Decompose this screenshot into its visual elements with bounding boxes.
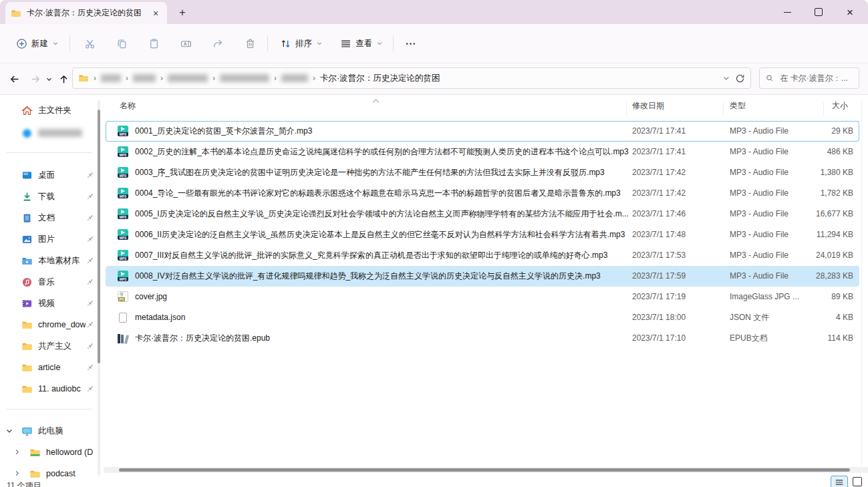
file-row[interactable]: MP3 0005_I历史决定论的反自然主义学说_历史决定论强烈反对社会学领域中的… [106, 204, 859, 224]
music-icon [21, 277, 33, 288]
icons-view-button[interactable] [853, 477, 862, 486]
sidebar-item-downloads[interactable]: 下载 [12, 186, 95, 206]
breadcrumb-redacted-segment[interactable] [281, 74, 308, 82]
redacted-account-label [38, 129, 82, 137]
sidebar-item-local-library[interactable]: 本地素材库 [12, 251, 95, 271]
sidebar-item-music[interactable]: 音乐 [12, 272, 95, 292]
column-header-name[interactable]: 名称 [120, 100, 136, 112]
column-header-type[interactable]: 类型 [730, 100, 746, 112]
search-box[interactable] [759, 67, 859, 89]
breadcrumb-redacted-segment[interactable] [220, 74, 269, 82]
file-name: 0005_I历史决定论的反自然主义学说_历史决定论强烈反对社会学领域中的方法论自… [135, 204, 629, 224]
search-input[interactable] [778, 73, 853, 84]
file-row[interactable]: MP3 0004_导论_一些最有眼光的本书评论家对它的标题表示困惑这个标题意在暗… [106, 183, 859, 204]
chevron-down-icon [45, 75, 53, 83]
file-row[interactable]: metadata.json 2023/7/1 18:00 JSON 文件 4 K… [106, 307, 859, 328]
home-icon [21, 105, 33, 116]
up-button[interactable] [53, 69, 74, 89]
paste-button[interactable] [142, 31, 166, 55]
breadcrumb-redacted-segment[interactable] [168, 74, 208, 82]
file-row[interactable]: MP3 0002_历史的注解_本书的基本论点是历史命运之说纯属迷信科学的或任何别… [106, 142, 859, 162]
new-button[interactable]: 新建 [9, 31, 65, 55]
mp3-icon: MP3 [118, 229, 128, 240]
pin-icon [86, 213, 95, 222]
mp3-icon: MP3 [118, 271, 128, 281]
file-row[interactable]: 卡尔·波普尔：历史决定论的贫困.epub 2023/7/1 17:10 EPUB… [106, 328, 859, 349]
delete-button[interactable] [238, 31, 262, 55]
new-tab-button[interactable]: + [175, 5, 190, 20]
tab-close-icon[interactable]: × [150, 7, 162, 19]
file-row[interactable]: MP3 0008_IV对泛自然主义学说的批评_有进化规律吗规律和趋势_我称之为泛… [106, 266, 859, 287]
sidebar-item-helloword-drive[interactable]: helloword (D [20, 442, 103, 462]
minimize-icon [784, 12, 791, 13]
sort-button[interactable]: 排序 [273, 31, 330, 55]
breadcrumb[interactable]: › › › › › › 卡尔·波普尔：历史决定论的贫困 [72, 67, 751, 89]
file-row[interactable]: MP3 0006_II历史决定论的泛自然主义学说_虽然历史决定论基本上是反自然主… [106, 224, 859, 245]
folder-icon [29, 468, 41, 480]
mp3-icon: MP3 [118, 146, 128, 157]
more-button[interactable] [398, 31, 422, 55]
minimize-button[interactable] [772, 0, 803, 24]
sidebar-item-label: 文档 [38, 212, 86, 224]
status-item-count: 11 个项目 [7, 480, 41, 487]
close-button[interactable]: × [835, 0, 865, 24]
file-name: 0002_历史的注解_本书的基本论点是历史命运之说纯属迷信科学的或任何别的合理方… [135, 142, 629, 162]
breadcrumb-separator: › [313, 73, 315, 83]
column-separator[interactable] [723, 102, 724, 116]
file-row[interactable]: MP3 0001_历史决定论的贫困_英卡尔波普尔_简介.mp3 2023/7/1… [106, 121, 859, 142]
back-button[interactable] [4, 69, 24, 89]
address-dropdown-icon[interactable] [722, 74, 730, 82]
column-separator [861, 100, 862, 466]
sidebar-item-pictures[interactable]: 图片 [12, 229, 95, 249]
copy-icon [116, 38, 128, 49]
column-header-size[interactable]: 大小 [832, 100, 848, 112]
cut-button[interactable] [78, 31, 102, 55]
pin-icon [86, 256, 95, 265]
sidebar-item-desktop[interactable]: 桌面 [12, 165, 95, 185]
mp3-icon: MP3 [118, 188, 128, 198]
file-row[interactable]: MP3 0003_序_我试图在历史决定论的贫困中证明历史决定论是一种拙劣的方法不… [106, 162, 859, 183]
explorer-tab[interactable]: 卡尔·波普尔：历史决定论的贫困 × [5, 2, 167, 24]
rename-button[interactable] [174, 31, 198, 55]
sidebar-item-communism[interactable]: 共产主义 [12, 336, 95, 356]
sidebar-item-home[interactable]: 主文件夹 [12, 100, 95, 120]
file-name: 0004_导论_一些最有眼光的本书评论家对它的标题表示困惑这个标题意在暗示马克思… [135, 183, 629, 204]
breadcrumb-redacted-segment[interactable] [133, 74, 156, 82]
copy-button[interactable] [110, 31, 134, 55]
column-header-date-modified[interactable]: 修改日期 [632, 100, 664, 112]
sidebar-item-chrome-downloads[interactable]: chrome_dow [12, 315, 95, 335]
breadcrumb-separator: › [160, 73, 163, 83]
sidebar-item-this-pc[interactable]: 此电脑 [12, 421, 95, 441]
maximize-button[interactable] [803, 0, 834, 24]
pin-icon [86, 299, 95, 308]
mp3-icon: MP3 [118, 250, 128, 261]
sidebar-item-documents[interactable]: 文档 [12, 208, 95, 228]
breadcrumb-current-folder[interactable]: 卡尔·波普尔：历史决定论的贫困 [320, 73, 440, 84]
details-view-button[interactable] [831, 476, 848, 487]
titlebar: 卡尔·波普尔：历史决定论的贫困 × + × [0, 0, 868, 24]
view-button[interactable]: 查看 [333, 31, 390, 55]
pin-icon [86, 341, 95, 351]
breadcrumb-redacted-segment[interactable] [101, 74, 121, 82]
sidebar-item-audiobooks[interactable]: 11. audiobc [12, 379, 95, 399]
sidebar-item-videos[interactable]: 视频 [12, 293, 95, 313]
pin-icon [86, 170, 95, 180]
column-separator[interactable] [626, 102, 627, 116]
sidebar-item-label: helloword (D [46, 448, 103, 457]
folder-icon [21, 383, 33, 395]
file-row[interactable]: igJPG cover.jpg 2023/7/1 17:19 ImageGlas… [106, 287, 859, 307]
file-row[interactable]: MP3 0007_III对反自然主义学说的批评_批评的实际意义_究竟科学探索的真… [106, 245, 859, 266]
file-name: 0007_III对反自然主义学说的批评_批评的实际意义_究竟科学探索的真正动机是… [135, 245, 629, 266]
pin-icon [86, 277, 95, 287]
sidebar-scrollbar-thumb[interactable] [98, 110, 100, 363]
file-name: 0008_IV对泛自然主义学说的批评_有进化规律吗规律和趋势_我称之为泛自然主义… [135, 266, 629, 287]
sidebar-item-redacted-account[interactable] [12, 123, 95, 143]
file-date: 2023/7/1 17:59 [632, 266, 724, 287]
refresh-icon[interactable] [735, 73, 745, 84]
sidebar-item-label: 共产主义 [38, 341, 86, 352]
sidebar-item-article[interactable]: article [12, 357, 95, 377]
horizontal-scrollbar-thumb[interactable] [119, 468, 850, 472]
share-button[interactable] [206, 31, 230, 55]
column-separator[interactable] [823, 102, 824, 116]
folder-icon [21, 341, 33, 352]
